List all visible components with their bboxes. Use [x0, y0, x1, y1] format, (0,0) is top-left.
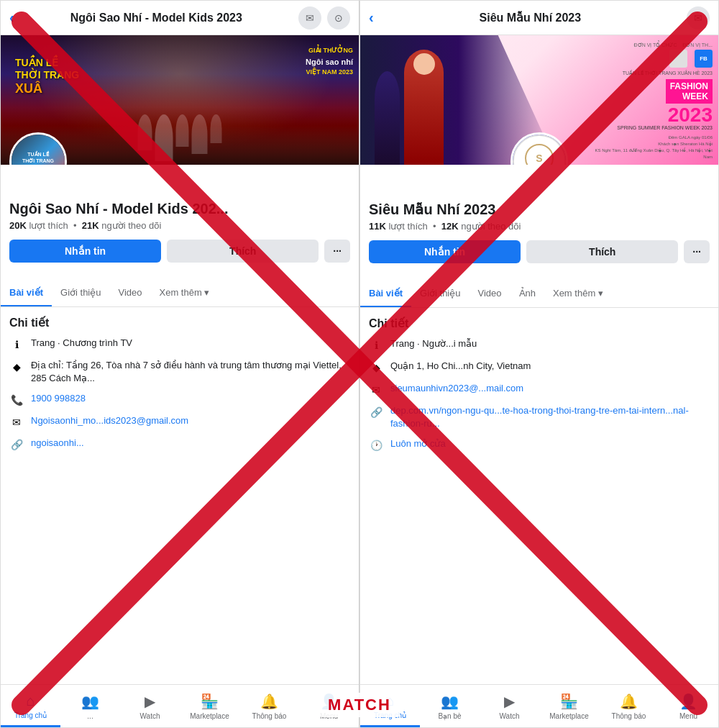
right-hours-text: Luôn mở cửa [390, 437, 710, 450]
left-detail-phone: 📞 1900 998828 [9, 392, 350, 407]
tab-baiviet-right[interactable]: Bài viết [360, 281, 411, 307]
left-cover-photo: TUẦN LỀTHỜI TRANGXUÂ GIẢI THƯỞNGNgôi sao… [1, 35, 359, 165]
tab-video-right[interactable]: Video [469, 281, 510, 307]
award-text: GIẢI THƯỞNGNgôi sao nhíVIỆT NAM 2023 [306, 46, 353, 78]
email-icon-left: ✉ [9, 415, 24, 429]
right-details-section: Chi tiết ℹ Trang · Ngườ...i mẫu ◆ Quận 1… [360, 308, 718, 468]
marketplace-icon-left: 🏪 [201, 693, 219, 710]
left-page-info: Ngôi Sao Nhí - Model Kids 202... 20K lượ… [1, 165, 359, 280]
left-email-text[interactable]: Ngoisaonhi_mo...ids2023@gmail.com [31, 414, 350, 427]
right-email-text[interactable]: sieumaunhivn2023@...mail.com [390, 382, 710, 395]
nav-notifications-right[interactable]: 🔔 Thông báo [599, 685, 659, 727]
nav-home-left[interactable]: ⌂ Trang chủ [1, 685, 60, 727]
left-detail-category: ℹ Trang · Chương trình TV [9, 337, 350, 352]
left-header-icons: ✉ ⊙ [298, 6, 350, 29]
right-phone-header: ‹ Siêu Mẫu Nhí 2023 ✉ [360, 1, 718, 35]
stage-people [138, 114, 222, 161]
right-page-info: Siêu Mẫu Nhí 2023 11K lượt thích • 12K n… [360, 165, 718, 281]
left-tabs: Bài viết Giới thiệu Video Xem thêm ▾ [1, 280, 359, 307]
tab-xemthem-right[interactable]: Xem thêm ▾ [544, 281, 612, 307]
notifications-label-left: Thông báo [252, 712, 287, 720]
left-detail-address: ◆ Địa chỉ: Tầng 26, Tòa nhà 7 sở điều hà… [9, 359, 350, 385]
left-detail-email: ✉ Ngoisaonhi_mo...ids2023@gmail.com [9, 414, 350, 429]
match-text-container: Match [319, 693, 400, 717]
info-icon-left: ℹ [9, 337, 24, 352]
tuanle-cover-text: TUẦN LỀTHỜI TRANGXUÂ [15, 57, 79, 96]
clock-icon-right: 🕐 [369, 438, 383, 452]
right-details-title: Chi tiết [369, 317, 710, 330]
nav-notifications-left[interactable]: 🔔 Thông báo [239, 685, 299, 727]
right-avatar-inner: S SIÊU MẪU N... [513, 135, 566, 165]
right-cover-photo: ĐƠN VỊ TỔ CHỨC ĐƠN VỊ TH... FB TUẦN LỀ T… [360, 35, 718, 165]
menu-icon-right: 👤 [679, 693, 697, 710]
right-message-button[interactable]: Nhắn tin [369, 240, 521, 263]
friends-label-right: Bạn bè [438, 712, 461, 720]
right-phone: ‹ Siêu Mẫu Nhí 2023 ✉ [360, 0, 719, 728]
right-detail-category: ℹ Trang · Ngườ...i mẫu [369, 337, 710, 352]
tab-anh-right[interactable]: Ảnh [510, 281, 544, 307]
messenger-icon-right[interactable]: ✉ [687, 6, 710, 29]
watch-label-right: Watch [500, 712, 520, 720]
right-header-icons: ✉ [687, 6, 710, 29]
nav-friends-right[interactable]: 👥 Bạn bè [420, 685, 480, 727]
logo-diamond-icon: S [525, 144, 554, 165]
left-message-button[interactable]: Nhắn tin [9, 240, 161, 263]
right-link-text[interactable]: dep.com.vn/ngon-ngu-qu...te-hoa-trong-th… [390, 404, 710, 430]
tab-xemthem-left[interactable]: Xem thêm ▾ [151, 280, 219, 306]
tab-baiviet-left[interactable]: Bài viết [1, 280, 52, 306]
left-more-button[interactable]: ··· [324, 240, 350, 263]
phones-row: ‹ Ngôi Sao Nhí - Model Kids 2023 ✉ ⊙ TUẦ… [0, 0, 719, 728]
tab-video-left[interactable]: Video [109, 280, 150, 306]
home-active-bar-right [360, 725, 420, 727]
marketplace-icon-right: 🏪 [560, 693, 578, 710]
watch-icon-left: ▶ [145, 693, 155, 710]
location-icon-right: ◆ [369, 360, 383, 375]
search-icon-left[interactable]: ⊙ [327, 6, 350, 29]
left-phone-header: ‹ Ngôi Sao Nhí - Model Kids 2023 ✉ ⊙ [1, 1, 359, 35]
info-icon-right: ℹ [369, 338, 383, 352]
right-detail-address: ◆ Quận 1, Ho Chi...nh City, Vietnam [369, 360, 710, 375]
left-like-button[interactable]: Thích [167, 240, 319, 263]
messenger-icon-left[interactable]: ✉ [298, 6, 321, 29]
friends-label-left: ... [87, 712, 93, 720]
tab-gioithieu-left[interactable]: Giới thiệu [52, 280, 109, 306]
left-details-title: Chi tiết [9, 316, 350, 329]
home-icon-left: ⌂ [26, 693, 35, 709]
left-detail-link: 🔗 ngoisaonhi... [9, 437, 350, 452]
left-page-stats: 20K lượt thích • 21K người theo dõi [9, 220, 350, 231]
right-detail-link: 🔗 dep.com.vn/ngon-ngu-qu...te-hoa-trong-… [369, 404, 710, 430]
left-bottom-nav: ⌂ Trang chủ 👥 ... ▶ Watch 🏪 Marketplace [1, 684, 359, 727]
kids-silhouettes [375, 50, 444, 165]
notifications-icon-right: 🔔 [620, 693, 638, 710]
notifications-icon-left: 🔔 [260, 693, 278, 710]
back-arrow-left[interactable]: ‹ [9, 9, 14, 26]
tab-gioithieu-right[interactable]: Giới thiệu [411, 281, 469, 307]
left-phone-text[interactable]: 1900 998828 [31, 392, 350, 405]
nav-marketplace-right[interactable]: 🏪 Marketplace [539, 685, 599, 727]
right-address-text: Quận 1, Ho Chi...nh City, Vietnam [390, 360, 710, 373]
right-like-button[interactable]: Thích [526, 240, 678, 263]
left-phone-title: Ngôi Sao Nhí - Model Kids 2023 [22, 12, 291, 24]
link-icon-right: 🔗 [369, 405, 383, 419]
menu-label-right: Menu [679, 712, 697, 720]
right-page-stats: 11K lượt thích • 12K người theo dõi [369, 221, 710, 232]
back-arrow-right[interactable]: ‹ [369, 9, 374, 26]
watch-icon-right: ▶ [504, 693, 515, 710]
left-page-name: Ngôi Sao Nhí - Model Kids 202... [9, 201, 350, 217]
nav-menu-right[interactable]: 👤 Menu [659, 685, 718, 727]
left-link-text[interactable]: ngoisaonhi... [31, 437, 350, 450]
right-category-text: Trang · Ngườ...i mẫu [390, 337, 710, 350]
nav-marketplace-left[interactable]: 🏪 Marketplace [180, 685, 239, 727]
friends-icon-left: 👥 [81, 693, 99, 710]
location-icon-left: ◆ [9, 360, 24, 374]
fashion-week-section: ĐƠN VỊ TỔ CHỨC ĐƠN VỊ TH... FB TUẦN LỀ T… [595, 42, 713, 160]
nav-friends-left[interactable]: 👥 ... [60, 685, 120, 727]
right-more-button[interactable]: ··· [684, 240, 710, 263]
right-tabs: Bài viết Giới thiệu Video Ảnh Xem thêm ▾ [360, 281, 718, 308]
marketplace-label-left: Marketplace [190, 712, 229, 720]
nav-watch-right[interactable]: ▶ Watch [480, 685, 539, 727]
nav-watch-left[interactable]: ▶ Watch [120, 685, 180, 727]
main-container: ‹ Ngôi Sao Nhí - Model Kids 2023 ✉ ⊙ TUẦ… [0, 0, 719, 728]
home-label-left: Trang chủ [14, 711, 47, 719]
left-category-text: Trang · Chương trình TV [31, 337, 350, 350]
